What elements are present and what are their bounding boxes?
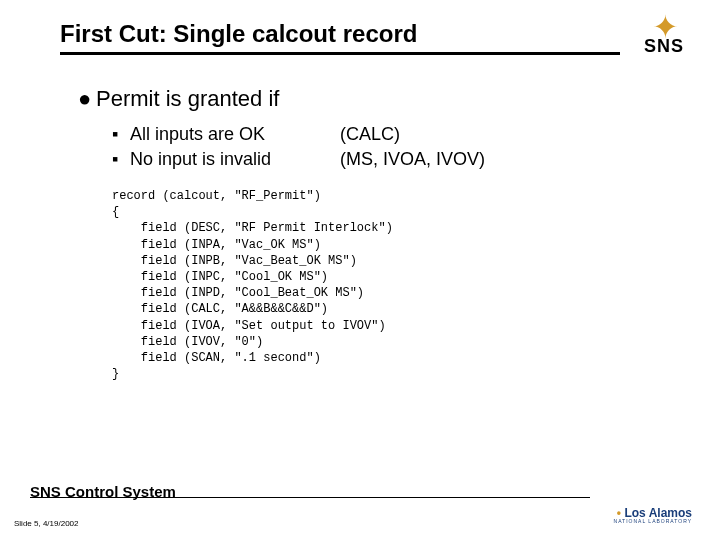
record-code-block: record (calcout, "RF_Permit") { field (D… [112, 188, 660, 382]
bullet-level2-row: ▪ All inputs are OK (CALC) [112, 124, 660, 145]
level2-text: All inputs are OK [130, 124, 340, 145]
level2-text: No input is invalid [130, 149, 340, 170]
lanl-sub: NATIONAL LABORATORY [614, 519, 692, 524]
level2-note: (CALC) [340, 124, 660, 145]
level2-note: (MS, IVOA, IVOV) [340, 149, 660, 170]
level1-text: Permit is granted if [96, 86, 279, 111]
title-rule [60, 52, 620, 55]
slide-meta: Slide 5, 4/19/2002 [14, 519, 79, 528]
slide-content: ●Permit is granted if ▪ All inputs are O… [78, 86, 660, 382]
bullet-square-icon: ▪ [112, 124, 130, 145]
bullet-dot-icon: ● [78, 86, 96, 112]
sns-logo: ✦ SNS [636, 16, 692, 72]
footer-rule [30, 497, 590, 498]
bullet-level2-block: ▪ All inputs are OK (CALC) ▪ No input is… [112, 124, 660, 170]
bullet-square-icon: ▪ [112, 149, 130, 170]
los-alamos-logo: • Los Alamos NATIONAL LABORATORY [614, 507, 692, 524]
sns-logo-label: SNS [636, 36, 692, 57]
bullet-level1: ●Permit is granted if [78, 86, 660, 112]
sns-burst-icon: ✦ [636, 16, 692, 38]
slide-title: First Cut: Single calcout record [60, 20, 690, 48]
bullet-level2-row: ▪ No input is invalid (MS, IVOA, IVOV) [112, 149, 660, 170]
